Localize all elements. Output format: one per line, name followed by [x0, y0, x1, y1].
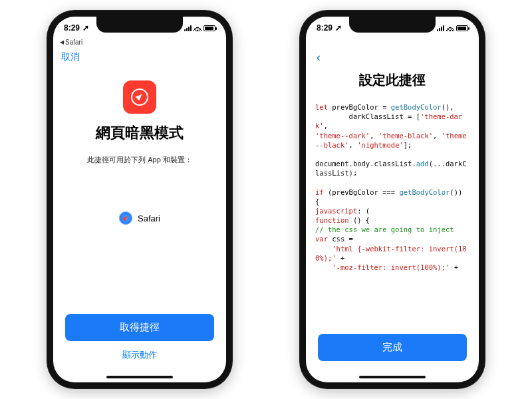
code-token: getBodyColor	[391, 103, 442, 111]
back-button[interactable]: ‹	[314, 51, 323, 65]
code-token: +	[450, 263, 458, 271]
code-token: var	[315, 235, 328, 243]
code-token: 'theme-black'	[378, 132, 433, 140]
content-right: let prevBgColor = getBodyColor(), darkCl…	[306, 96, 479, 334]
code-token: (),	[442, 103, 454, 111]
code-token: +	[336, 254, 345, 262]
code-token: : (	[357, 207, 370, 215]
shortcut-subtitle: 此捷徑可用於下列 App 和裝置：	[53, 155, 226, 165]
code-token: prevBgColor =	[328, 103, 391, 111]
code-token: '-moz-filter: invert(100%);'	[315, 263, 450, 271]
phone-left: 8:29 ➚ ◀ Safari 取消 網頁暗黑模式 此捷徑可用於下列 App 和…	[47, 10, 233, 389]
page-title: 設定此捷徑	[306, 67, 479, 96]
home-indicator	[359, 376, 426, 378]
code-token: css =	[328, 235, 353, 243]
code-token: 'theme--dark'	[315, 132, 370, 140]
status-time: 8:29	[317, 23, 332, 33]
code-token: ,	[370, 132, 378, 140]
home-indicator	[106, 376, 173, 378]
cancel-button[interactable]: 取消	[61, 51, 80, 63]
phone-right: 8:29 ➚ ‹ 設定此捷徑 let prevBgColor = getBody…	[299, 10, 485, 389]
safari-label: Safari	[138, 213, 160, 223]
code-editor[interactable]: let prevBgColor = getBodyColor(), darkCl…	[306, 96, 479, 334]
location-arrow-icon: ➚	[335, 23, 342, 33]
back-chevron-icon: ◀	[60, 39, 64, 45]
nav-row: ‹	[306, 47, 479, 67]
spacer	[306, 37, 479, 47]
signal-icon	[437, 25, 444, 31]
shortcut-app-icon	[123, 80, 156, 114]
safari-icon	[119, 211, 132, 225]
code-token: () {	[349, 216, 370, 224]
screen-right: 8:29 ➚ ‹ 設定此捷徑 let prevBgColor = getBody…	[306, 17, 479, 382]
battery-icon	[456, 25, 468, 31]
notch	[96, 17, 183, 33]
code-token: (prevBgColor ===	[324, 188, 400, 196]
code-token: document.body.classList.	[315, 160, 416, 168]
notch	[349, 17, 436, 33]
battery-icon	[203, 25, 215, 31]
bottom-actions-right: 完成	[306, 334, 479, 376]
code-token: ,	[433, 132, 442, 140]
code-token: ];	[404, 141, 412, 149]
code-token: getBodyColor	[399, 188, 450, 196]
shortcut-header: 網頁暗黑模式 此捷徑可用於下列 App 和裝置： Safari	[53, 67, 226, 225]
back-app-label: Safari	[65, 39, 82, 46]
bottom-actions-left: 取得捷徑 顯示動作	[53, 314, 226, 376]
code-token: javascript	[315, 207, 357, 215]
code-token: function	[315, 216, 349, 224]
nav-row: 取消	[53, 47, 226, 67]
compass-icon	[131, 88, 148, 106]
wifi-icon	[194, 25, 201, 31]
wifi-icon	[446, 25, 454, 31]
code-token: 'nightmode'	[357, 141, 404, 149]
code-token: add	[416, 160, 429, 168]
code-token: ,	[349, 141, 358, 149]
get-shortcut-button[interactable]: 取得捷徑	[65, 314, 214, 341]
signal-icon	[184, 25, 192, 31]
show-actions-link[interactable]: 顯示動作	[65, 341, 214, 361]
code-token: // the css we are going to inject	[315, 225, 454, 233]
content-left: 網頁暗黑模式 此捷徑可用於下列 App 和裝置： Safari	[53, 67, 226, 314]
code-token: darkClassList = [	[315, 112, 420, 120]
screen-left: 8:29 ➚ ◀ Safari 取消 網頁暗黑模式 此捷徑可用於下列 App 和…	[53, 17, 226, 382]
code-token: let	[315, 103, 328, 111]
code-token: if	[315, 188, 324, 196]
status-time: 8:29	[64, 23, 80, 33]
done-button[interactable]: 完成	[318, 334, 467, 361]
code-token: ,	[324, 122, 332, 130]
location-arrow-icon: ➚	[82, 23, 89, 33]
back-to-app-bar[interactable]: ◀ Safari	[53, 37, 226, 47]
shortcut-title: 網頁暗黑模式	[53, 123, 226, 143]
compatible-app-row: Safari	[53, 211, 226, 225]
